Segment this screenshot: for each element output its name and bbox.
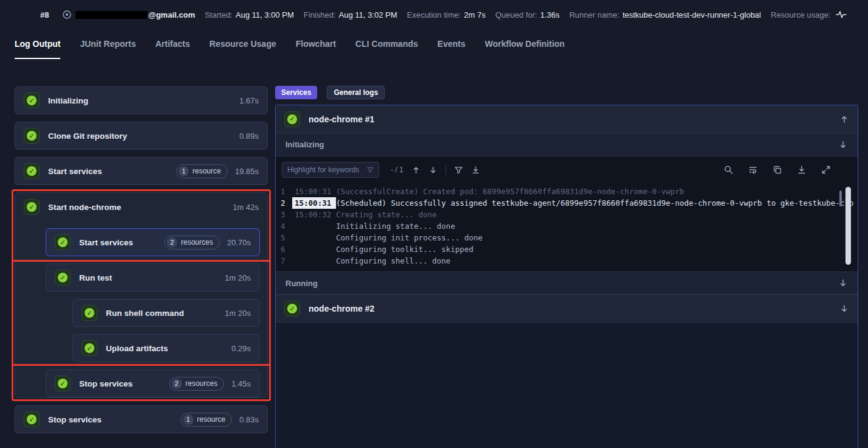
log-line[interactable]: 5Configuring init process... done — [276, 232, 858, 243]
step-duration: 1m 20s — [225, 273, 251, 282]
success-check-icon: ✓ — [82, 340, 97, 356]
service-title: node-chrome #2 — [309, 304, 839, 313]
tab-log-output[interactable]: Log Output — [15, 39, 60, 59]
scroll-to-bottom-icon[interactable] — [471, 166, 480, 175]
step-initializing[interactable]: ✓ Initializing 1.67s — [15, 86, 268, 114]
success-check-icon: ✓ — [284, 301, 300, 317]
steps-panel: ✓ Initializing 1.67s ✓ Clone Git reposit… — [15, 86, 268, 441]
service-title: node-chrome #1 — [309, 114, 839, 124]
log-scrollbar-inner[interactable] — [839, 191, 842, 206]
step-label: Stop services — [48, 415, 181, 424]
tab-resource-usage[interactable]: Resource Usage — [209, 39, 276, 59]
step-duration: 19.85s — [235, 167, 259, 176]
execution-time-value: 2m 7s — [464, 10, 485, 19]
tab-services[interactable]: Services — [275, 86, 317, 99]
download-icon[interactable] — [797, 165, 807, 175]
log-viewer: - / 1 — [276, 156, 858, 271]
tab-events[interactable]: Events — [438, 39, 466, 59]
resource-usage-waveform-icon[interactable] — [836, 10, 847, 19]
chevron-down-icon[interactable] — [838, 278, 848, 288]
log-lines: 115:00:31(SuccessfulCreate) Created pod:… — [276, 183, 858, 271]
step-label: Stop services — [79, 379, 169, 388]
step-stop-services[interactable]: ✓ Stop services 1 resource 0.83s — [15, 405, 268, 433]
tab-artifacts[interactable]: Artifacts — [155, 39, 190, 59]
success-check-icon: ✓ — [24, 411, 40, 427]
tab-bar: Log Output JUnit Reports Artifacts Resou… — [15, 39, 565, 59]
email-suffix: @gmail.com — [148, 10, 195, 19]
search-icon[interactable] — [724, 165, 733, 175]
queued-label: Queued for: — [495, 10, 537, 19]
redacted-email — [75, 11, 147, 19]
next-match-icon[interactable] — [429, 166, 438, 175]
success-check-icon: ✓ — [82, 305, 97, 321]
keyword-search-input[interactable] — [287, 166, 366, 174]
step-start-node-chrome[interactable]: ✓ Start node-chrome 1m 42s — [15, 193, 267, 221]
log-view-tabs: Services General logs — [275, 86, 858, 99]
log-line-selected[interactable]: 215:00:31(Scheduled) Successfully assign… — [276, 197, 858, 209]
section-running-row[interactable]: Running — [276, 271, 858, 295]
success-check-icon: ✓ — [24, 128, 40, 144]
match-counter: - / 1 — [391, 166, 404, 174]
step-run-test[interactable]: ✓ Run test 1m 20s — [46, 264, 260, 292]
copy-icon[interactable] — [772, 165, 782, 175]
success-check-icon: ✓ — [284, 111, 300, 127]
tab-general-logs[interactable]: General logs — [327, 86, 385, 99]
log-line[interactable]: 7Configuring shell... done — [276, 255, 858, 267]
step-label: Run shell command — [106, 309, 217, 318]
success-check-icon: ✓ — [55, 270, 71, 285]
chevron-up-icon[interactable] — [839, 114, 849, 124]
filter-icon[interactable] — [454, 166, 463, 175]
step-start-services[interactable]: ✓ Start services 1 resource 19.85s — [15, 157, 268, 185]
step-run-shell-command[interactable]: ✓ Run shell command 1m 20s — [72, 299, 260, 327]
step-label: Upload artifacts — [106, 344, 224, 353]
section-label: Initializing — [285, 140, 324, 149]
execution-time-label: Execution time: — [407, 10, 461, 19]
chevron-down-icon[interactable] — [838, 140, 848, 150]
step-stop-services-nested[interactable]: ✓ Stop services 2 resources 1.45s — [46, 369, 260, 397]
section-initializing-row[interactable]: Initializing — [276, 133, 858, 156]
step-label: Start services — [48, 167, 176, 176]
fullscreen-icon[interactable] — [821, 165, 831, 175]
success-check-icon: ✓ — [55, 376, 71, 391]
chevron-down-icon[interactable] — [839, 304, 849, 313]
divider — [446, 165, 446, 175]
previous-match-icon[interactable] — [411, 166, 421, 175]
tab-junit-reports[interactable]: JUnit Reports — [80, 39, 136, 59]
resource-badge: 1 resource — [176, 164, 228, 178]
step-label: Initializing — [48, 96, 232, 105]
step-label: Run test — [79, 273, 217, 282]
started-label: Started: — [205, 10, 233, 19]
step-clone-git-repository[interactable]: ✓ Clone Git repository 0.89s — [15, 122, 268, 150]
step-label: Clone Git repository — [48, 131, 232, 141]
step-upload-artifacts[interactable]: ✓ Upload artifacts 0.29s — [72, 334, 260, 362]
step-duration: 1.67s — [239, 96, 259, 105]
user-icon — [62, 10, 72, 19]
resource-badge: 2 resources — [164, 236, 220, 250]
log-line[interactable]: 115:00:31(SuccessfulCreate) Created pod:… — [276, 186, 858, 197]
step-duration: 0.83s — [239, 415, 259, 424]
execution-id: #8 — [40, 10, 49, 19]
log-line[interactable]: 315:00:32Creating state... done — [276, 209, 858, 220]
resource-badge: 1 resource — [181, 413, 233, 427]
tab-cli-commands[interactable]: CLI Commands — [355, 39, 418, 59]
step-duration: 20.70s — [227, 238, 251, 247]
service-node-chrome-1-header[interactable]: ✓ node-chrome #1 — [276, 105, 858, 133]
finished-value: Aug 11, 3:02 PM — [339, 10, 397, 19]
step-duration: 1m 20s — [225, 309, 251, 318]
step-duration: 0.29s — [231, 344, 251, 353]
step-label: Start node-chrome — [48, 203, 225, 212]
log-actions — [724, 165, 831, 175]
step-label: Start services — [79, 238, 164, 247]
started-value: Aug 11, 3:00 PM — [236, 10, 294, 19]
log-scrollbar[interactable] — [845, 187, 851, 265]
tab-workflow-definition[interactable]: Workflow Definition — [485, 39, 564, 59]
success-check-icon: ✓ — [55, 234, 71, 250]
filter-funnel-icon[interactable] — [366, 166, 374, 173]
service-node-chrome-2-header[interactable]: ✓ node-chrome #2 — [276, 295, 858, 323]
success-check-icon: ✓ — [24, 199, 40, 215]
wrap-lines-icon[interactable] — [748, 165, 758, 175]
step-start-services-nested[interactable]: ✓ Start services 2 resources 20.70s — [46, 228, 260, 256]
tab-flowchart[interactable]: Flowchart — [296, 39, 336, 59]
log-line[interactable]: 6Configuring toolkit... skipped — [276, 243, 858, 255]
log-line[interactable]: 4Initializing state... done — [276, 220, 858, 232]
